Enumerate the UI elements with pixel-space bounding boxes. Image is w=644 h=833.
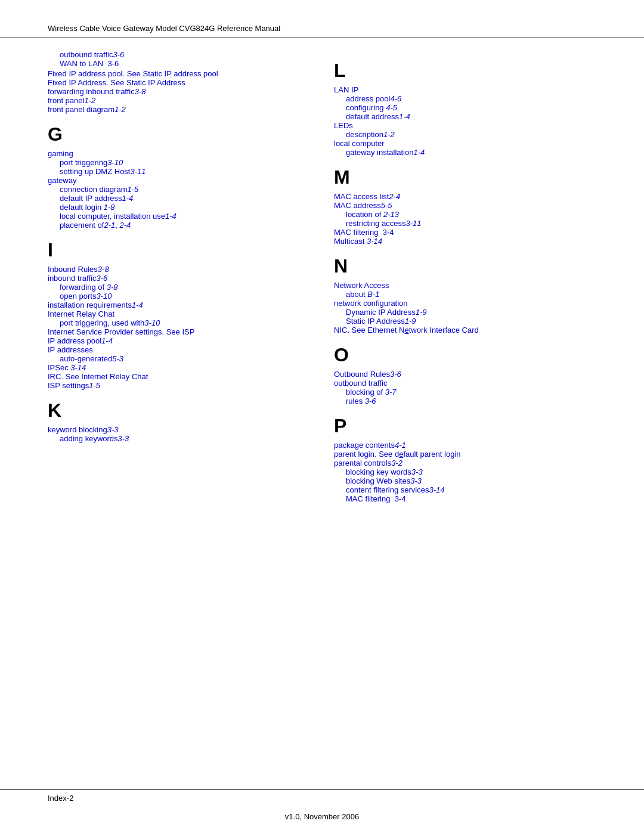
entry-link[interactable]: blocking of 3-7 — [334, 388, 596, 397]
entry-link[interactable]: package contents4-1 — [334, 441, 596, 450]
section-letter-n: N — [334, 255, 596, 277]
entry-link[interactable]: gateway installation1-4 — [334, 148, 596, 157]
list-item: Outbound Rules3-6 outbound traffic block… — [334, 370, 596, 405]
entry-link[interactable]: outbound traffic3-6 — [48, 50, 304, 59]
entry-link[interactable]: restricting access3-11 — [334, 219, 596, 228]
footer-center: v1.0, November 2006 — [0, 806, 644, 833]
entry-link[interactable]: IP address pool1-4 — [48, 336, 304, 345]
entry-link[interactable]: Outbound Rules3-6 — [334, 370, 596, 379]
entry-link[interactable]: Fixed IP address pool. See Static IP add… — [48, 69, 304, 78]
entry-link[interactable]: location of 2-13 — [334, 210, 596, 219]
entry-link[interactable]: blocking Web sites3-3 — [334, 476, 596, 485]
entry-link[interactable]: installation requirements1-4 — [48, 301, 304, 309]
list-item: keyword blocking3-3 adding keywords3-3 — [48, 425, 304, 443]
entry-link[interactable]: gaming — [48, 149, 304, 158]
entry-link[interactable]: MAC filtering 3-4 — [334, 494, 596, 503]
entry-link[interactable]: default IP address1-4 — [48, 194, 304, 203]
entry-link[interactable]: open ports3-10 — [48, 292, 304, 301]
entry-link[interactable]: configuring 4-5 — [334, 103, 596, 112]
entry-link[interactable]: parental controls3-2 — [334, 459, 596, 467]
entry-link[interactable]: default login 1-8 — [48, 203, 304, 212]
entry-link[interactable]: IPSec 3-14 — [48, 363, 304, 372]
entry-link[interactable]: default address1-4 — [334, 112, 596, 121]
entry-link[interactable]: connection diagram1-5 — [48, 185, 304, 194]
entry-link[interactable]: Dynamic IP Address1-9 — [334, 308, 596, 317]
entry-link[interactable]: rules 3-6 — [334, 397, 596, 405]
right-column: L LAN IP address pool4-6 configuring 4-5… — [322, 50, 596, 778]
entry-link[interactable]: front panel1-2 — [48, 96, 304, 105]
footer-bar: Index-2 — [0, 789, 644, 806]
entry-link[interactable]: address pool4-6 — [334, 94, 596, 103]
list-item: outbound traffic3-6 WAN to LAN 3-6 — [48, 50, 304, 68]
entry-link[interactable]: Fixed IP Address. See Static IP Address — [48, 78, 304, 87]
footer-left: Index-2 — [48, 794, 73, 803]
entry-link[interactable]: port triggering, used with3-10 — [48, 318, 304, 327]
entry-link[interactable]: Static IP Address1-9 — [334, 317, 596, 326]
entry-link[interactable]: LAN IP — [334, 85, 596, 94]
entry-link[interactable]: outbound traffic — [334, 379, 596, 388]
list-item: Inbound Rules3-8 inbound traffic3-6 forw… — [48, 265, 304, 390]
entry-link[interactable]: about B-1 — [334, 290, 596, 299]
header-title: Wireless Cable Voice Gateway Model CVG82… — [48, 24, 280, 33]
entry-link[interactable]: MAC filtering 3-4 — [334, 228, 596, 237]
entry-link[interactable]: LEDs — [334, 121, 596, 130]
list-item: Fixed IP address pool. See Static IP add… — [48, 69, 304, 114]
section-letter-p: P — [334, 415, 596, 437]
list-item: Network Access about B-1 network configu… — [334, 281, 596, 335]
entry-link[interactable]: Network Access — [334, 281, 596, 290]
entry-link[interactable]: forwarding of 3-8 — [48, 283, 304, 292]
entry-link[interactable]: Internet Relay Chat — [48, 309, 304, 318]
list-item: package contents4-1 parent login. See de… — [334, 441, 596, 503]
entry-link[interactable]: IRC. See Internet Relay Chat — [48, 372, 304, 381]
entry-link[interactable]: MAC access list2-4 — [334, 192, 596, 201]
list-item: MAC access list2-4 MAC address5-5 locati… — [334, 192, 596, 246]
entry-link[interactable]: IP addresses — [48, 345, 304, 354]
entry-link[interactable]: local computer — [334, 139, 596, 148]
entry-link[interactable]: port triggering3-10 — [48, 158, 304, 167]
section-letter-l: L — [334, 60, 596, 82]
entry-link[interactable]: NIC. See Ethernet Network Interface Card — [334, 326, 596, 335]
entry-link[interactable]: Multicast 3-14 — [334, 237, 596, 246]
entry-link[interactable]: setting up DMZ Host3-11 — [48, 167, 304, 176]
section-letter-o: O — [334, 344, 596, 366]
entry-link[interactable]: adding keywords3-3 — [48, 434, 304, 443]
footer-version: v1.0, November 2006 — [285, 812, 359, 821]
section-letter-g: G — [48, 123, 304, 145]
entry-link[interactable]: placement of2-1, 2-4 — [48, 221, 304, 230]
entry-link[interactable]: content filtering services3-14 — [334, 485, 596, 494]
entry-link[interactable]: description1-2 — [334, 130, 596, 139]
section-letter-k: K — [48, 400, 304, 422]
list-item: gaming port triggering3-10 setting up DM… — [48, 149, 304, 230]
entry-link[interactable]: Inbound Rules3-8 — [48, 265, 304, 274]
entry-link[interactable]: WAN to LAN 3-6 — [48, 59, 304, 68]
content-area: outbound traffic3-6 WAN to LAN 3-6 Fixed… — [0, 38, 644, 789]
entry-link[interactable]: inbound traffic3-6 — [48, 274, 304, 283]
entry-link[interactable]: keyword blocking3-3 — [48, 425, 304, 434]
left-column: outbound traffic3-6 WAN to LAN 3-6 Fixed… — [48, 50, 322, 778]
entry-link[interactable]: forwarding inbound traffic3-8 — [48, 87, 304, 96]
entry-link[interactable]: gateway — [48, 176, 304, 185]
page-header: Wireless Cable Voice Gateway Model CVG82… — [0, 0, 644, 38]
entry-link[interactable]: front panel diagram1-2 — [48, 105, 304, 114]
section-letter-m: M — [334, 166, 596, 188]
entry-link[interactable]: MAC address5-5 — [334, 201, 596, 210]
entry-link[interactable]: Internet Service Provider settings. See … — [48, 327, 304, 336]
entry-link[interactable]: ISP settings1-5 — [48, 381, 304, 390]
entry-link[interactable]: auto-generated5-3 — [48, 354, 304, 363]
list-item: LAN IP address pool4-6 configuring 4-5 d… — [334, 85, 596, 157]
page: Wireless Cable Voice Gateway Model CVG82… — [0, 0, 644, 833]
entry-link[interactable]: local computer, installation use1-4 — [48, 212, 304, 221]
section-letter-i: I — [48, 239, 304, 261]
entry-link[interactable]: blocking key words3-3 — [334, 467, 596, 476]
entry-link[interactable]: network configuration — [334, 299, 596, 308]
entry-link[interactable]: parent login. See default parent login — [334, 450, 596, 459]
